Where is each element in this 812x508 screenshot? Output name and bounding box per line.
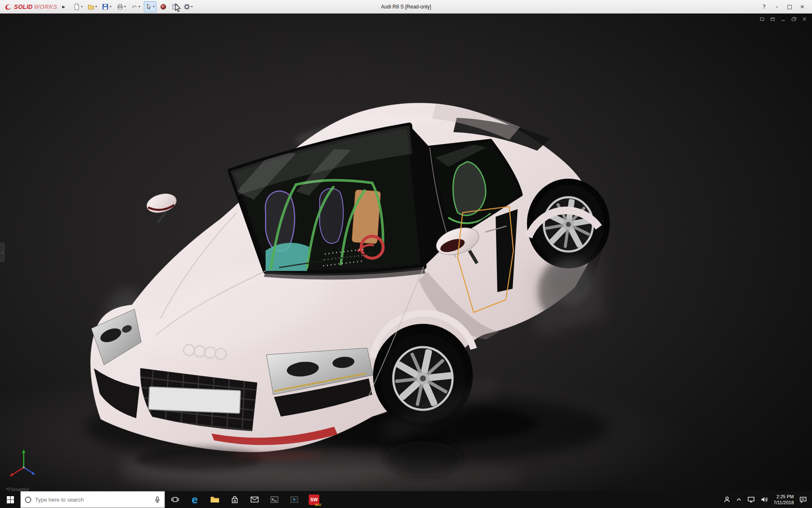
caret-down-icon: ▾ <box>153 5 155 8</box>
doc-window-icon[interactable] <box>760 17 765 22</box>
print-icon <box>117 3 123 10</box>
chevron-up-icon <box>736 497 742 502</box>
clock-time: 2:25 PM <box>774 494 794 500</box>
action-center-button[interactable] <box>799 496 807 503</box>
doc-restore-icon[interactable] <box>791 17 796 22</box>
caret-down-icon: ▾ <box>110 5 111 8</box>
network-button[interactable] <box>747 496 755 503</box>
toolbar-flyout-button[interactable]: ▶ <box>60 2 67 12</box>
caret-down-icon: ▾ <box>139 5 140 8</box>
file-explorer-button[interactable] <box>205 491 225 508</box>
material-sphere-button[interactable] <box>158 1 168 12</box>
solidworks-year-label: 2017 <box>315 503 321 506</box>
material-sphere-icon <box>160 3 167 10</box>
options-gear-icon <box>184 3 190 10</box>
system-tray: 2:25 PM 7/11/2018 <box>724 491 812 508</box>
file-explorer-icon <box>210 496 219 503</box>
windows-logo-icon <box>7 496 14 503</box>
print-button[interactable]: ▾ <box>115 1 128 12</box>
show-hidden-icons-button[interactable] <box>736 497 742 502</box>
mail-button[interactable] <box>244 491 264 508</box>
store-button[interactable] <box>225 491 244 508</box>
search-input[interactable] <box>35 497 151 503</box>
pinned-apps: e <box>165 491 324 508</box>
document-window-controls <box>760 17 807 22</box>
doc-minimize-icon[interactable] <box>781 17 786 22</box>
orientation-triad-icon <box>7 448 41 481</box>
people-button[interactable] <box>724 496 730 503</box>
command-prompt-icon <box>270 496 279 503</box>
cortana-icon <box>25 497 31 503</box>
brand-works: WORKS <box>34 3 57 10</box>
graphics-viewport: › <box>0 14 812 491</box>
caret-down-icon: ▾ <box>95 5 97 8</box>
close-button[interactable]: × <box>796 1 809 13</box>
volume-icon <box>760 496 768 503</box>
maximize-button[interactable]: □ <box>783 1 796 13</box>
task-view-button[interactable] <box>165 491 185 508</box>
edge-button[interactable]: e <box>185 491 205 508</box>
start-button[interactable] <box>0 491 20 508</box>
open-button[interactable]: ▾ <box>86 1 99 12</box>
window-controls: ? – □ × <box>758 1 812 13</box>
taskbar-clock[interactable]: 2:25 PM 7/11/2018 <box>774 494 794 506</box>
save-icon <box>102 3 109 10</box>
undo-button[interactable]: ▾ <box>129 1 142 12</box>
license-plate <box>148 387 241 413</box>
new-document-icon <box>73 3 80 10</box>
edge-icon: e <box>192 494 198 505</box>
undo-icon <box>131 3 138 10</box>
select-cursor-icon <box>145 3 152 10</box>
caret-down-icon: ▾ <box>124 5 126 8</box>
view-orientation-label: *Dimetric <box>6 486 30 491</box>
3d-model-canvas[interactable] <box>0 14 812 491</box>
options-button[interactable]: ▾ <box>182 1 195 12</box>
task-view-icon <box>171 495 179 504</box>
doc-window-icon[interactable] <box>770 17 775 22</box>
left-mirror <box>145 190 178 223</box>
windows-taskbar: e <box>0 491 812 508</box>
brand-solid: SOLID <box>14 3 33 10</box>
caret-down-icon: ▾ <box>191 5 193 8</box>
select-button[interactable]: ▾ <box>144 1 156 12</box>
action-center-icon <box>799 496 807 503</box>
clock-date: 7/11/2018 <box>774 500 794 505</box>
dassault-swoosh-icon <box>4 3 13 11</box>
app-titlebar: SOLIDWORKS ▶ ▾ ▾ ▾ <box>0 0 812 14</box>
microphone-icon[interactable] <box>154 496 160 503</box>
open-icon <box>88 3 94 10</box>
solidworks-logo: SOLIDWORKS <box>0 3 60 11</box>
media-app-button[interactable] <box>284 491 304 508</box>
sheet-icon <box>172 3 178 10</box>
minimize-button[interactable]: – <box>771 1 783 13</box>
help-button[interactable]: ? <box>758 1 771 13</box>
new-document-button[interactable]: ▾ <box>71 1 84 12</box>
taskbar-search[interactable] <box>20 491 165 508</box>
mail-icon <box>250 496 259 503</box>
sheet-button[interactable] <box>170 1 180 12</box>
caret-down-icon: ▾ <box>81 5 82 8</box>
people-icon <box>724 496 730 503</box>
quick-access-toolbar: ▾ ▾ ▾ ▾ <box>71 1 195 12</box>
command-prompt-button[interactable] <box>264 491 284 508</box>
solidworks-icon: SW 2017 <box>309 494 319 505</box>
media-app-icon <box>290 496 299 503</box>
save-button[interactable]: ▾ <box>100 1 113 12</box>
store-icon <box>231 496 239 504</box>
panel-expand-tab[interactable]: › <box>0 243 5 262</box>
volume-button[interactable] <box>760 496 768 503</box>
doc-close-icon[interactable] <box>802 17 807 22</box>
network-icon <box>747 496 755 503</box>
solidworks-button[interactable]: SW 2017 <box>304 491 324 508</box>
